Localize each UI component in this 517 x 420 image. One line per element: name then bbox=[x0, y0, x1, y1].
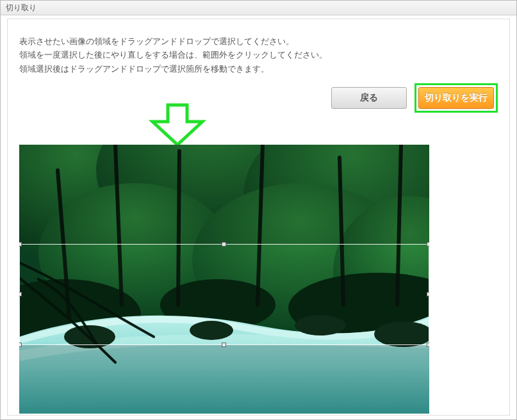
dialog-panel: 表示させたい画像の領域をドラッグアンドドロップで選択してください。 領域を一度選… bbox=[7, 19, 510, 416]
crop-handle-top[interactable] bbox=[222, 242, 226, 246]
back-button[interactable]: 戻る bbox=[331, 87, 407, 109]
crop-handle-top-left[interactable] bbox=[19, 242, 22, 246]
crop-handle-bottom-right[interactable] bbox=[427, 343, 429, 347]
button-row: 戻る 切り取りを実行 bbox=[8, 81, 509, 119]
crop-dialog: 切り取り 表示させたい画像の領域をドラッグアンドドロップで選択してください。 領… bbox=[0, 0, 517, 420]
dialog-title: 切り取り bbox=[1, 1, 516, 15]
crop-handle-left[interactable] bbox=[19, 292, 22, 296]
instruction-line: 領域選択後はドラッグアンドドロップで選択箇所を移動できます。 bbox=[19, 62, 498, 76]
instruction-line: 領域を一度選択した後にやり直しをする場合は、範囲外をクリックしてください。 bbox=[19, 48, 498, 61]
execute-crop-highlight: 切り取りを実行 bbox=[414, 83, 498, 113]
execute-crop-button[interactable]: 切り取りを実行 bbox=[418, 87, 494, 109]
crop-handle-right[interactable] bbox=[427, 292, 429, 296]
crop-handle-bottom-left[interactable] bbox=[19, 343, 22, 347]
instruction-line: 表示させたい画像の領域をドラッグアンドドロップで選択してください。 bbox=[19, 35, 498, 48]
crop-handle-top-right[interactable] bbox=[427, 242, 429, 246]
instructions-block: 表示させたい画像の領域をドラッグアンドドロップで選択してください。 領域を一度選… bbox=[8, 19, 509, 81]
crop-handle-bottom[interactable] bbox=[222, 343, 226, 347]
crop-image-area[interactable] bbox=[19, 145, 429, 414]
crop-selection[interactable] bbox=[19, 244, 429, 345]
